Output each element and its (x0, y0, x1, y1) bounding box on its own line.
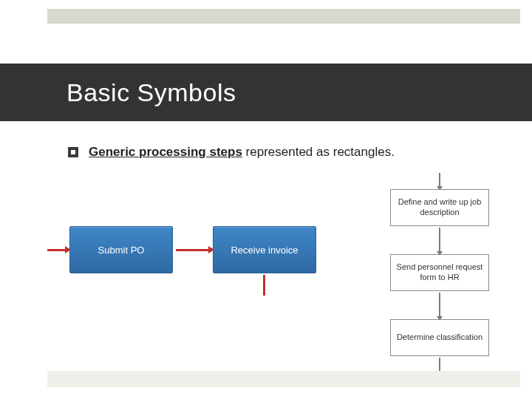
decorative-top-strip (47, 9, 520, 24)
connector-down-icon (263, 275, 265, 296)
decorative-bottom-strip (47, 371, 520, 387)
arrow-right-icon (176, 249, 208, 251)
slide-title: Basic Symbols (66, 78, 236, 107)
grey-flowchart: Define and write up job description Send… (377, 173, 502, 386)
blue-flowchart: Submit PO Receive invoice (47, 222, 328, 310)
process-box-send-hr: Send personnel request form to HR (390, 254, 489, 291)
process-box-determine-classification: Determine classification (390, 319, 489, 356)
arrow-down-icon (439, 173, 440, 186)
process-box-receive-invoice: Receive invoice (213, 226, 316, 273)
bullet-emphasis: Generic processing steps (89, 145, 242, 159)
bullet-rest: represented as rectangles. (242, 145, 395, 159)
process-box-submit-po: Submit PO (69, 226, 173, 273)
arrow-down-icon (439, 293, 440, 316)
arrow-right-icon (47, 249, 65, 251)
title-band: Basic Symbols (0, 64, 532, 121)
bullet-text: Generic processing steps represented as … (89, 145, 395, 160)
bullet-row: Generic processing steps represented as … (68, 145, 502, 160)
process-box-define-job: Define and write up job description (390, 189, 489, 226)
arrow-down-icon (439, 228, 440, 251)
square-bullet-icon (68, 147, 78, 157)
